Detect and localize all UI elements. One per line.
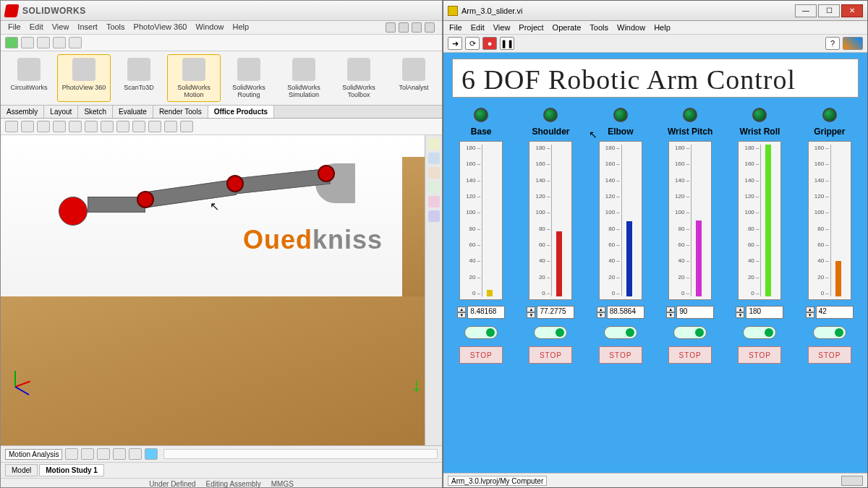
- stop-button[interactable]: STOP: [668, 346, 712, 364]
- sw-titlebar[interactable]: SOLIDWORKS: [1, 1, 442, 21]
- sw-toolbar-icon[interactable]: [425, 22, 435, 33]
- view-icon[interactable]: [116, 121, 129, 132]
- close-button[interactable]: ✕: [841, 4, 863, 17]
- sw-menu-photoview[interactable]: PhotoView 360: [134, 22, 187, 33]
- tab-evaluate[interactable]: Evaluate: [113, 106, 153, 118]
- sw-menu-tools[interactable]: Tools: [106, 22, 125, 33]
- spinner[interactable]: ▲▼: [527, 307, 535, 318]
- spinner[interactable]: ▲▼: [457, 307, 466, 318]
- help-icon[interactable]: ?: [825, 37, 840, 50]
- sw-menu-window[interactable]: Window: [195, 22, 224, 33]
- lv-menu-help[interactable]: Help: [654, 23, 671, 32]
- sw-menu-file[interactable]: File: [8, 22, 21, 33]
- sw-viewport[interactable]: ↓: [1, 135, 442, 445]
- taskpane-icon[interactable]: [428, 181, 440, 193]
- value-field[interactable]: 88.5864: [607, 306, 644, 319]
- toggle-switch[interactable]: [464, 326, 498, 339]
- view-icon[interactable]: [69, 121, 82, 132]
- abort-icon[interactable]: ●: [482, 37, 497, 50]
- ribbon-solidworks-simulation[interactable]: SolidWorks Simulation: [277, 54, 331, 102]
- value-field[interactable]: 8.48168: [467, 306, 505, 319]
- minimize-button[interactable]: —: [795, 4, 817, 17]
- tab-office-products[interactable]: Office Products: [208, 106, 274, 118]
- sw-menu-view[interactable]: View: [52, 22, 69, 33]
- value-field[interactable]: 77.2775: [537, 306, 574, 319]
- calc-icon[interactable]: [65, 448, 78, 460]
- lv-menu-edit[interactable]: Edit: [471, 23, 485, 32]
- bottom-tab-motion[interactable]: Motion Study 1: [39, 464, 104, 476]
- expand-arrow-icon[interactable]: ↓: [412, 373, 422, 396]
- sw-toolbar-icon[interactable]: [399, 22, 409, 33]
- lv-menu-view[interactable]: View: [493, 23, 511, 32]
- toggle-switch[interactable]: [534, 326, 567, 339]
- tab-render-tools[interactable]: Render Tools: [153, 106, 208, 118]
- maximize-button[interactable]: ☐: [818, 4, 840, 17]
- spinner[interactable]: ▲▼: [666, 307, 675, 318]
- sw-task-pane[interactable]: [425, 135, 442, 445]
- view-icon[interactable]: [180, 121, 193, 132]
- sw-toolbar-icon[interactable]: [386, 22, 396, 33]
- forward-icon[interactable]: [129, 448, 142, 460]
- view-icon[interactable]: [37, 121, 50, 132]
- tab-layout[interactable]: Layout: [44, 106, 78, 118]
- spinner[interactable]: ▲▼: [597, 307, 605, 318]
- view-icon[interactable]: [21, 121, 34, 132]
- lv-menu-tools[interactable]: Tools: [590, 23, 608, 32]
- ribbon-solidworks-toolbox[interactable]: SolidWorks Toolbox: [332, 54, 386, 102]
- view-icon[interactable]: [5, 121, 18, 132]
- view-icon[interactable]: [53, 121, 66, 132]
- view-icon[interactable]: [164, 121, 177, 132]
- ribbon-photoview-360[interactable]: PhotoView 360: [57, 54, 111, 102]
- vi-icon[interactable]: [843, 37, 863, 50]
- slider[interactable]: 180 –160 –140 –120 –100 –80 –60 –40 –20 …: [668, 141, 712, 300]
- stop-button[interactable]: STOP: [599, 346, 642, 364]
- timeline[interactable]: [163, 449, 438, 459]
- toggle-switch[interactable]: [813, 326, 846, 339]
- ribbon-tolanalyst[interactable]: TolAnalyst: [387, 54, 441, 102]
- qbtn-icon[interactable]: [69, 37, 82, 48]
- taskpane-icon[interactable]: [428, 210, 440, 222]
- stop-button[interactable]: STOP: [459, 346, 503, 364]
- view-icon[interactable]: [85, 121, 98, 132]
- stop-button[interactable]: STOP: [529, 346, 572, 364]
- qbtn-icon[interactable]: [21, 37, 34, 48]
- rewind-icon[interactable]: [81, 448, 94, 460]
- speed-icon[interactable]: [145, 448, 158, 460]
- axis-triad-icon[interactable]: [8, 366, 37, 395]
- bottom-tab-model[interactable]: Model: [5, 464, 38, 476]
- tab-sketch[interactable]: Sketch: [78, 106, 113, 118]
- lv-menu-project[interactable]: Project: [519, 23, 543, 32]
- ribbon-solidworks-motion[interactable]: SolidWorks Motion: [167, 54, 221, 102]
- spinner[interactable]: ▲▼: [736, 307, 744, 318]
- taskpane-icon[interactable]: [428, 138, 440, 150]
- ribbon-scanto3d[interactable]: ScanTo3D: [112, 54, 166, 102]
- qbtn-icon[interactable]: [37, 37, 50, 48]
- run-icon[interactable]: ➜: [448, 37, 462, 50]
- view-icon[interactable]: [132, 121, 145, 132]
- run-icon[interactable]: [5, 37, 18, 48]
- lv-menu-operate[interactable]: Operate: [553, 23, 582, 32]
- run-continuous-icon[interactable]: ⟳: [465, 37, 480, 50]
- slider[interactable]: 180 –160 –140 –120 –100 –80 –60 –40 –20 …: [459, 141, 503, 300]
- lv-front-panel[interactable]: 6 DOF Robotic Arm Control Base180 –160 –…: [443, 53, 867, 473]
- stop-button[interactable]: STOP: [738, 346, 781, 364]
- slider[interactable]: 180 –160 –140 –120 –100 –80 –60 –40 –20 …: [599, 141, 642, 300]
- sw-menu-help[interactable]: Help: [233, 22, 250, 33]
- tab-assembly[interactable]: Assembly: [1, 106, 44, 118]
- ribbon-circuitworks[interactable]: CircuitWorks: [2, 54, 56, 102]
- spinner[interactable]: ▲▼: [806, 307, 814, 318]
- toggle-switch[interactable]: [604, 326, 637, 339]
- view-icon[interactable]: [101, 121, 114, 132]
- pause-icon[interactable]: ❚❚: [500, 37, 514, 50]
- ribbon-solidworks-routing[interactable]: SolidWorks Routing: [222, 54, 276, 102]
- value-field[interactable]: 90: [676, 306, 714, 319]
- value-field[interactable]: 180: [746, 306, 783, 319]
- sw-toolbar-icon[interactable]: [412, 22, 422, 33]
- slider[interactable]: 180 –160 –140 –120 –100 –80 –60 –40 –20 …: [738, 141, 781, 300]
- play-icon[interactable]: [97, 448, 110, 460]
- lv-menu-window[interactable]: Window: [617, 23, 645, 32]
- toggle-switch[interactable]: [743, 326, 776, 339]
- slider[interactable]: 180 –160 –140 –120 –100 –80 –60 –40 –20 …: [808, 141, 851, 300]
- taskpane-icon[interactable]: [428, 167, 440, 179]
- stop-button[interactable]: STOP: [808, 346, 851, 364]
